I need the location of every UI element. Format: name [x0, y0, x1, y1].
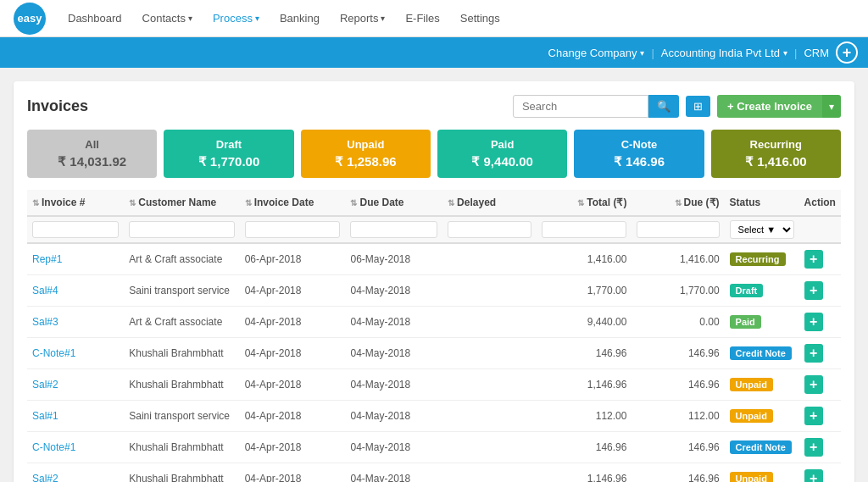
due-amount: 146.96 — [632, 463, 724, 483]
add-action-button[interactable]: + — [804, 469, 823, 482]
nav-process[interactable]: Process ▾ — [204, 7, 268, 30]
filter-invoice-input[interactable] — [32, 221, 119, 238]
add-action-button[interactable]: + — [804, 250, 823, 269]
col-delayed[interactable]: ⇅Delayed — [442, 190, 537, 216]
action-cell: + — [799, 369, 841, 401]
due-amount: 1,416.00 — [632, 243, 724, 275]
add-action-button[interactable]: + — [804, 313, 823, 331]
add-action-button[interactable]: + — [804, 344, 823, 363]
action-cell: + — [799, 307, 841, 338]
invoice-number[interactable]: Sal#3 — [27, 307, 124, 338]
total-amount: 1,146.96 — [537, 463, 632, 483]
invoice-date: 04-Apr-2018 — [240, 432, 346, 463]
total-amount: 1,416.00 — [537, 243, 632, 275]
summary-unpaid[interactable]: Unpaid ₹ 1,258.96 — [301, 130, 431, 178]
invoice-date: 06-Apr-2018 — [240, 243, 346, 275]
add-action-button[interactable]: + — [804, 407, 823, 425]
delayed — [442, 307, 537, 338]
invoice-number[interactable]: Sal#2 — [27, 369, 124, 401]
nav-reports[interactable]: Reports ▾ — [331, 7, 394, 30]
invoice-number[interactable]: Sal#4 — [27, 275, 124, 307]
customer-name: Khushali Brahmbhatt — [124, 338, 239, 369]
filter-due — [632, 216, 724, 243]
total-amount: 9,440.00 — [537, 307, 632, 338]
col-due-date[interactable]: ⇅Due Date — [345, 190, 442, 216]
col-total[interactable]: ⇅Total (₹) — [537, 190, 632, 216]
total-amount: 1,146.96 — [537, 369, 632, 401]
col-invoice-date[interactable]: ⇅Invoice Date — [240, 190, 346, 216]
col-invoice[interactable]: ⇅Invoice # — [27, 190, 124, 216]
nav-banking[interactable]: Banking — [271, 7, 328, 30]
invoices-actions: 🔍 ⊞ + Create Invoice ▾ — [513, 95, 841, 118]
filter-status-select[interactable]: Select ▼ Recurring Draft Paid Credit Not… — [730, 220, 794, 239]
filter-invoice-date — [240, 216, 346, 243]
invoice-number[interactable]: C-Note#1 — [27, 338, 124, 369]
filter-status: Select ▼ Recurring Draft Paid Credit Not… — [725, 216, 799, 243]
filter-due-input[interactable] — [637, 221, 719, 238]
summary-all[interactable]: All ₹ 14,031.92 — [27, 130, 157, 178]
due-amount: 1,770.00 — [632, 275, 724, 307]
summary-recurring[interactable]: Recurring ₹ 1,416.00 — [711, 130, 841, 178]
top-nav: easy Dashboard Contacts ▾ Process ▾ Bank… — [0, 0, 868, 37]
invoice-number[interactable]: C-Note#1 — [27, 432, 124, 463]
search-group: 🔍 — [513, 95, 679, 118]
add-action-button[interactable]: + — [804, 438, 823, 457]
search-button[interactable]: 🔍 — [648, 95, 679, 118]
delayed — [442, 275, 537, 307]
filter-due-date — [345, 216, 442, 243]
nav-settings[interactable]: Settings — [452, 7, 509, 30]
invoice-number[interactable]: Sal#1 — [27, 401, 124, 432]
invoice-date: 04-Apr-2018 — [240, 463, 346, 483]
col-due[interactable]: ⇅Due (₹) — [632, 190, 724, 216]
nav-dashboard[interactable]: Dashboard — [59, 7, 131, 30]
filter-total-input[interactable] — [542, 221, 626, 238]
company-name[interactable]: Accounting India Pvt Ltd ▾ — [661, 47, 787, 59]
summary-draft[interactable]: Draft ₹ 1,770.00 — [164, 130, 293, 178]
add-action-button[interactable]: + — [804, 281, 823, 300]
grid-view-button[interactable]: ⊞ — [686, 96, 710, 117]
filter-total — [537, 216, 632, 243]
customer-name: Khushali Brahmbhatt — [124, 369, 239, 401]
due-amount: 146.96 — [632, 338, 724, 369]
delayed — [442, 243, 537, 275]
crm-link[interactable]: CRM — [804, 47, 829, 59]
due-amount: 146.96 — [632, 432, 724, 463]
invoice-number[interactable]: Sal#2 — [27, 463, 124, 483]
filter-action — [799, 216, 841, 243]
nav-efiles[interactable]: E-Files — [397, 7, 448, 30]
create-invoice-dropdown-button[interactable]: ▾ — [822, 95, 841, 118]
filter-invoice-date-input[interactable] — [245, 221, 341, 238]
total-amount: 112.00 — [537, 401, 632, 432]
table-filter-row: Select ▼ Recurring Draft Paid Credit Not… — [27, 216, 841, 243]
add-button[interactable]: + — [836, 42, 858, 64]
invoice-date: 04-Apr-2018 — [240, 401, 346, 432]
search-input[interactable] — [513, 95, 648, 118]
delayed — [442, 463, 537, 483]
customer-name: Saini transport service — [124, 275, 239, 307]
filter-delayed-input[interactable] — [448, 221, 531, 238]
add-action-button[interactable]: + — [804, 375, 823, 394]
delayed — [442, 369, 537, 401]
status-badge: Recurring — [725, 243, 799, 275]
due-date: 04-May-2018 — [345, 275, 442, 307]
main-content: Invoices 🔍 ⊞ + Create Invoice ▾ All ₹ 14… — [0, 68, 868, 482]
logo[interactable]: easy — [14, 3, 46, 35]
filter-customer-input[interactable] — [129, 221, 234, 238]
summary-paid[interactable]: Paid ₹ 9,440.00 — [437, 130, 567, 178]
due-amount: 146.96 — [632, 369, 724, 401]
status-badge: Paid — [725, 307, 799, 338]
due-date: 04-May-2018 — [345, 307, 442, 338]
contacts-caret-icon: ▾ — [188, 14, 192, 23]
change-company-btn[interactable]: Change Company ▾ — [548, 47, 645, 59]
action-cell: + — [799, 338, 841, 369]
create-invoice-group: + Create Invoice ▾ — [717, 95, 841, 118]
create-invoice-button[interactable]: + Create Invoice — [717, 95, 822, 118]
col-customer[interactable]: ⇅Customer Name — [124, 190, 239, 216]
invoice-number[interactable]: Rep#1 — [27, 243, 124, 275]
change-company-caret-icon: ▾ — [640, 48, 644, 58]
nav-contacts[interactable]: Contacts ▾ — [134, 7, 201, 30]
customer-name: Khushali Brahmbhatt — [124, 463, 239, 483]
filter-due-date-input[interactable] — [350, 221, 437, 238]
action-cell: + — [799, 275, 841, 307]
summary-cnote[interactable]: C-Note ₹ 146.96 — [574, 130, 704, 178]
